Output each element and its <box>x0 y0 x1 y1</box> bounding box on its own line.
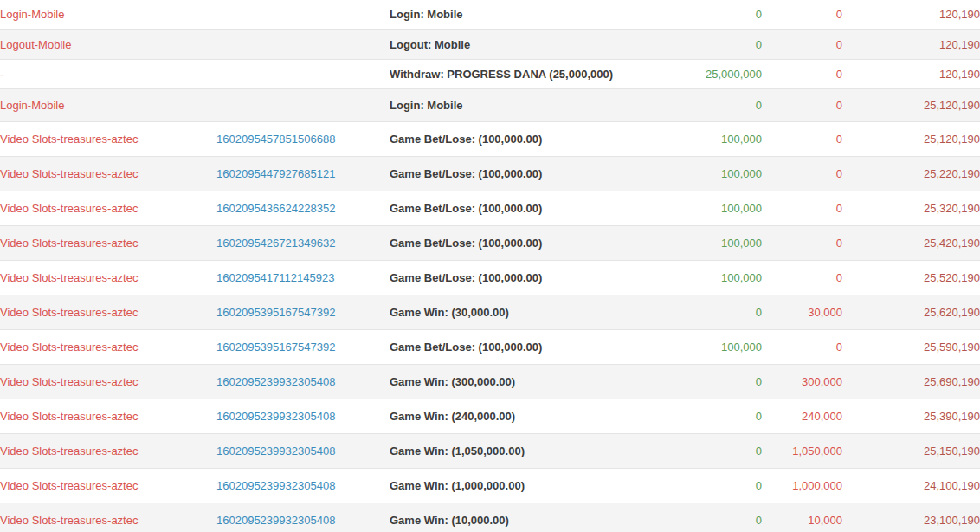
credit-amount: 0 <box>762 88 842 121</box>
credit-amount: 0 <box>762 0 842 29</box>
balance-amount: 25,620,190 <box>842 295 980 329</box>
transaction-id-link[interactable]: 1602095457851506688 <box>216 133 335 146</box>
balance-amount: 25,120,190 <box>842 121 980 156</box>
table-row: Video Slots-treasures-aztec 160209523993… <box>0 364 980 399</box>
table-row: Video Slots-treasures-aztec 160209539516… <box>0 295 980 329</box>
balance-amount: 25,520,190 <box>842 260 980 295</box>
description-label: Login: Mobile <box>390 0 658 29</box>
action-label: Login-Mobile <box>0 0 216 29</box>
debit-amount: 100,000 <box>658 329 762 364</box>
transaction-id-cell: 1602095239932305408 <box>216 468 390 503</box>
debit-amount: 0 <box>658 468 762 503</box>
transaction-id-cell: 1602095395167547392 <box>216 329 390 364</box>
debit-amount: 0 <box>658 88 762 121</box>
balance-amount: 25,390,190 <box>842 399 980 433</box>
credit-amount: 1,050,000 <box>762 433 842 468</box>
transaction-id-cell <box>216 29 390 59</box>
table-row: Video Slots-treasures-aztec 160209539516… <box>0 329 980 364</box>
credit-amount: 0 <box>762 225 842 260</box>
description-label: Game Bet/Lose: (100,000.00) <box>390 121 658 156</box>
description-label: Logout: Mobile <box>390 29 658 59</box>
action-label: Video Slots-treasures-aztec <box>0 364 216 399</box>
table-row: Video Slots-treasures-aztec 160209523993… <box>0 399 980 433</box>
balance-amount: 120,190 <box>842 0 980 29</box>
description-label: Game Bet/Lose: (100,000.00) <box>390 260 658 295</box>
transaction-id-link[interactable]: 1602095239932305408 <box>216 479 335 492</box>
credit-amount: 0 <box>762 191 842 225</box>
description-label: Game Bet/Lose: (100,000.00) <box>390 191 658 225</box>
table-row: Video Slots-treasures-aztec 160209545785… <box>0 121 980 156</box>
balance-amount: 24,100,190 <box>842 468 980 503</box>
debit-amount: 0 <box>658 29 762 59</box>
table-row: Video Slots-treasures-aztec 160209523993… <box>0 433 980 468</box>
debit-amount: 0 <box>658 0 762 29</box>
debit-amount: 100,000 <box>658 121 762 156</box>
action-label: - <box>0 59 216 88</box>
transaction-id-cell: 1602095395167547392 <box>216 295 390 329</box>
description-label: Game Win: (240,000.00) <box>390 399 658 433</box>
transaction-id-link[interactable]: 1602095436624228352 <box>216 202 335 215</box>
transaction-id-link[interactable]: 1602095239932305408 <box>216 410 335 423</box>
balance-amount: 25,320,190 <box>842 191 980 225</box>
action-label: Logout-Mobile <box>0 29 216 59</box>
transaction-table-body: Login-Mobile Login: Mobile 0 0 120,190 L… <box>0 0 980 532</box>
description-label: Game Win: (1,050,000.00) <box>390 433 658 468</box>
description-label: Game Bet/Lose: (100,000.00) <box>390 156 658 191</box>
transaction-id-cell <box>216 0 390 29</box>
transaction-id-link[interactable]: 1602095447927685121 <box>216 167 335 180</box>
credit-amount: 300,000 <box>762 364 842 399</box>
transaction-id-cell: 1602095239932305408 <box>216 433 390 468</box>
table-row: Logout-Mobile Logout: Mobile 0 0 120,190 <box>0 29 980 59</box>
transaction-id-link[interactable]: 1602095239932305408 <box>216 444 335 457</box>
transaction-id-cell <box>216 59 390 88</box>
balance-amount: 23,100,190 <box>842 503 980 532</box>
debit-amount: 0 <box>658 295 762 329</box>
balance-amount: 25,150,190 <box>842 433 980 468</box>
table-row: Video Slots-treasures-aztec 160209542672… <box>0 225 980 260</box>
action-label: Video Slots-treasures-aztec <box>0 468 216 503</box>
credit-amount: 0 <box>762 329 842 364</box>
description-label: Game Win: (30,000.00) <box>390 295 658 329</box>
table-row: Login-Mobile Login: Mobile 0 0 120,190 <box>0 0 980 29</box>
action-label: Video Slots-treasures-aztec <box>0 295 216 329</box>
debit-amount: 0 <box>658 503 762 532</box>
credit-amount: 240,000 <box>762 399 842 433</box>
table-row: Video Slots-treasures-aztec 160209543662… <box>0 191 980 225</box>
transaction-id-cell: 1602095436624228352 <box>216 191 390 225</box>
debit-amount: 100,000 <box>658 225 762 260</box>
transaction-id-link[interactable]: 1602095239932305408 <box>216 375 335 388</box>
description-label: Game Win: (1,000,000.00) <box>390 468 658 503</box>
transaction-id-cell: 1602095426721349632 <box>216 225 390 260</box>
credit-amount: 0 <box>762 260 842 295</box>
table-row: Login-Mobile Login: Mobile 0 0 25,120,19… <box>0 88 980 121</box>
transaction-id-link[interactable]: 1602095239932305408 <box>216 514 335 527</box>
transaction-id-link[interactable]: 1602095395167547392 <box>216 306 335 319</box>
action-label: Login-Mobile <box>0 88 216 121</box>
action-label: Video Slots-treasures-aztec <box>0 503 216 532</box>
transaction-id-cell: 1602095447927685121 <box>216 156 390 191</box>
balance-amount: 120,190 <box>842 29 980 59</box>
debit-amount: 100,000 <box>658 260 762 295</box>
action-label: Video Slots-treasures-aztec <box>0 156 216 191</box>
transaction-history-table: Login-Mobile Login: Mobile 0 0 120,190 L… <box>0 0 980 532</box>
table-row: Video Slots-treasures-aztec 160209523993… <box>0 468 980 503</box>
description-label: Withdraw: PROGRESS DANA (25,000,000) <box>390 59 658 88</box>
credit-amount: 1,000,000 <box>762 468 842 503</box>
action-label: Video Slots-treasures-aztec <box>0 225 216 260</box>
transaction-id-cell: 1602095417112145923 <box>216 260 390 295</box>
table-row: Video Slots-treasures-aztec 160209523993… <box>0 503 980 532</box>
transaction-id-cell: 1602095457851506688 <box>216 121 390 156</box>
transaction-id-cell: 1602095239932305408 <box>216 399 390 433</box>
balance-amount: 25,420,190 <box>842 225 980 260</box>
action-label: Video Slots-treasures-aztec <box>0 191 216 225</box>
debit-amount: 100,000 <box>658 191 762 225</box>
action-label: Video Slots-treasures-aztec <box>0 260 216 295</box>
transaction-id-cell: 1602095239932305408 <box>216 364 390 399</box>
action-label: Video Slots-treasures-aztec <box>0 433 216 468</box>
balance-amount: 25,590,190 <box>842 329 980 364</box>
transaction-id-link[interactable]: 1602095426721349632 <box>216 237 335 250</box>
transaction-id-link[interactable]: 1602095395167547392 <box>216 341 335 354</box>
transaction-id-link[interactable]: 1602095417112145923 <box>216 271 334 284</box>
description-label: Login: Mobile <box>390 88 658 121</box>
credit-amount: 30,000 <box>762 295 842 329</box>
